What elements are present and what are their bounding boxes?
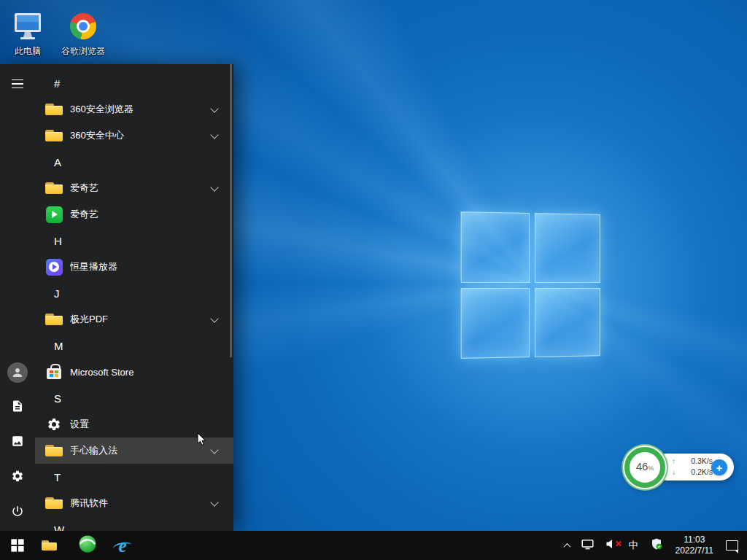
- start-menu-item-label: 极光PDF: [70, 313, 207, 326]
- user-icon: [7, 362, 28, 383]
- start-menu-item-label: 手心输入法: [70, 444, 207, 457]
- net-speed-widget: ↑ 0.3K/s ↓ 0.2K/s + 46 %: [624, 446, 735, 489]
- upload-speed-value: 0.3K/s: [691, 456, 713, 467]
- tray-date: 2022/7/11: [676, 545, 714, 556]
- section-header-h[interactable]: H: [35, 228, 233, 254]
- section-header-s[interactable]: S: [35, 385, 233, 411]
- settings-gear-icon: [44, 415, 63, 434]
- power-button[interactable]: [0, 495, 35, 530]
- start-menu-item-label: 设置: [70, 418, 225, 431]
- power-icon: [11, 505, 24, 521]
- chevron-down-icon: [210, 446, 218, 454]
- desktop-icon-label: 此电脑: [15, 45, 41, 58]
- system-tray: 中 11:03 2022/7/11: [559, 531, 747, 560]
- pictures-button[interactable]: [0, 425, 35, 460]
- windows-logo: [461, 211, 600, 359]
- start-menu-rail: [0, 64, 35, 531]
- desktop-icon-chrome[interactable]: 谷歌浏览器: [55, 4, 111, 58]
- ime-indicator: 中: [629, 539, 638, 552]
- taskbar-file-explorer-button[interactable]: [35, 531, 70, 560]
- iqiyi-app-icon: [44, 205, 63, 224]
- folder-icon: [44, 100, 63, 119]
- usage-percent-sign: %: [648, 464, 654, 472]
- section-letter: #: [54, 77, 60, 90]
- start-menu-item-shouxin-ime[interactable]: 手心输入法: [35, 438, 233, 464]
- taskbar-browser-edge-button[interactable]: e: [105, 531, 140, 560]
- chevron-down-icon: [210, 183, 218, 191]
- documents-button[interactable]: [0, 390, 35, 425]
- windows-logo-pane: [534, 287, 600, 357]
- section-letter: S: [54, 392, 61, 405]
- folder-icon: [44, 179, 63, 198]
- section-header-a[interactable]: A: [35, 149, 233, 175]
- windows-flag-icon: [12, 540, 24, 552]
- start-menu-item-microsoft-store[interactable]: Microsoft Store: [35, 359, 233, 385]
- download-speed-row: ↓ 0.2K/s: [672, 467, 713, 478]
- start-menu-item-label: 爱奇艺: [70, 208, 225, 221]
- section-header-j[interactable]: J: [35, 280, 233, 306]
- start-menu-scrollbar[interactable]: [230, 64, 232, 531]
- section-letter: H: [54, 235, 62, 247]
- volume-tray-button[interactable]: [600, 531, 623, 560]
- start-menu-app-list: # 360安全浏览器 360安全中心 A 爱奇艺 爱奇艺 H: [35, 64, 233, 531]
- star-player-app-icon: [44, 257, 63, 276]
- download-speed-value: 0.2K/s: [691, 467, 713, 478]
- start-menu-item-star-player[interactable]: 恒星播放器: [35, 254, 233, 280]
- section-header-t[interactable]: T: [35, 464, 233, 490]
- chevron-down-icon: [210, 498, 218, 506]
- section-letter: T: [54, 471, 61, 483]
- desktop-icon-this-pc[interactable]: 此电脑: [0, 4, 55, 58]
- network-icon: [581, 538, 594, 553]
- start-menu-item-label: 腾讯软件: [70, 497, 207, 510]
- usage-percent-value: 46: [636, 460, 649, 472]
- show-hidden-icons-button[interactable]: [559, 531, 576, 560]
- start-menu-item-iqiyi-app[interactable]: 爱奇艺: [35, 201, 233, 228]
- taskbar: e 中: [0, 531, 747, 560]
- start-menu-rail-bottom: [0, 355, 35, 530]
- section-header-m[interactable]: M: [35, 332, 233, 359]
- section-header-hash[interactable]: #: [35, 70, 233, 96]
- section-letter: M: [54, 340, 63, 352]
- defender-shield-icon: [650, 537, 663, 553]
- action-center-button[interactable]: [720, 531, 744, 560]
- windows-logo-pane: [534, 213, 600, 282]
- file-explorer-icon: [40, 536, 59, 555]
- defender-tray-button[interactable]: [644, 531, 669, 560]
- taskbar-clock[interactable]: 11:03 2022/7/11: [669, 534, 721, 556]
- section-letter: W: [54, 524, 64, 532]
- start-menu-item-jiguang-pdf[interactable]: 极光PDF: [35, 306, 233, 332]
- start-menu-item-label: 360安全浏览器: [70, 103, 207, 116]
- start-button[interactable]: [0, 531, 35, 560]
- desktop-icon-grid: 此电脑 谷歌浏览器: [0, 4, 111, 58]
- start-menu-item-360-center[interactable]: 360安全中心: [35, 122, 233, 149]
- chevron-down-icon: [210, 104, 218, 112]
- add-button[interactable]: +: [711, 459, 727, 475]
- chevron-up-icon: [563, 542, 570, 550]
- user-account-button[interactable]: [0, 355, 35, 390]
- folder-icon: [44, 126, 63, 145]
- action-center-icon: [726, 540, 738, 551]
- start-menu-item-tencent[interactable]: 腾讯软件: [35, 490, 233, 516]
- windows-logo-pane: [461, 288, 530, 359]
- start-menu-item-settings[interactable]: 设置: [35, 411, 233, 438]
- net-speed-readout: ↑ 0.3K/s ↓ 0.2K/s: [672, 456, 713, 478]
- expand-menu-button[interactable]: [0, 66, 35, 101]
- start-menu-item-iqiyi-folder[interactable]: 爱奇艺: [35, 175, 233, 201]
- ime-mode-button[interactable]: 中: [623, 531, 644, 560]
- mute-x-icon: [616, 540, 622, 546]
- start-menu: # 360安全浏览器 360安全中心 A 爱奇艺 爱奇艺 H: [0, 64, 233, 531]
- settings-button[interactable]: [0, 460, 35, 495]
- blue-e-browser-icon: e: [113, 536, 132, 555]
- windows-logo-pane: [461, 211, 530, 282]
- chevron-down-icon: [210, 314, 218, 322]
- section-header-w[interactable]: W: [35, 516, 233, 531]
- memory-usage-ball[interactable]: 46 %: [624, 447, 665, 488]
- desktop: 此电脑 谷歌浏览器: [0, 0, 747, 560]
- this-pc-icon: [12, 10, 44, 42]
- section-letter: J: [54, 287, 60, 300]
- scrollbar-thumb[interactable]: [230, 64, 232, 357]
- taskbar-browser-green-button[interactable]: [70, 531, 105, 560]
- download-arrow-icon: ↓: [672, 467, 676, 478]
- start-menu-item-360-browser[interactable]: 360安全浏览器: [35, 96, 233, 122]
- network-tray-button[interactable]: [576, 531, 600, 560]
